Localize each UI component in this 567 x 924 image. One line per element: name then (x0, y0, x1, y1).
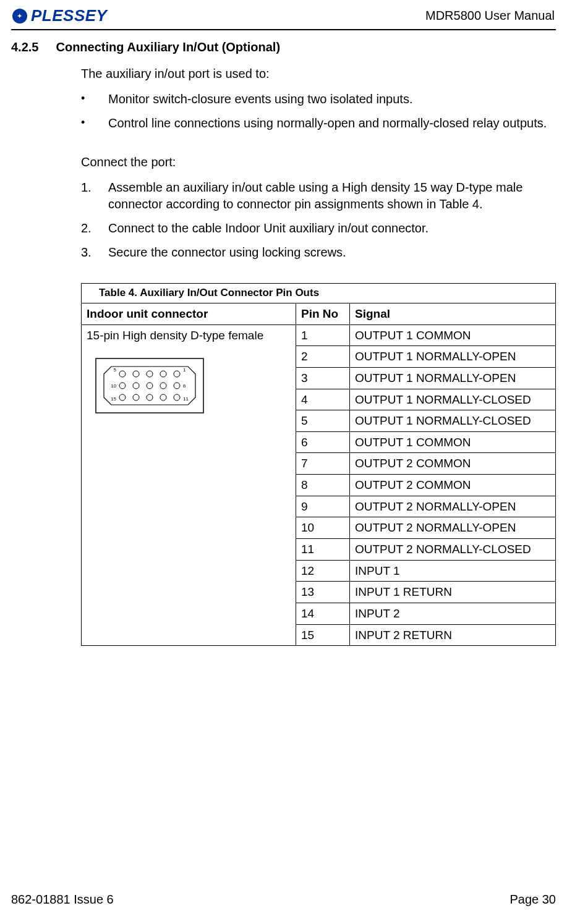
step-text: Assemble an auxiliary in/out cable using… (108, 179, 556, 213)
col-header-pin: Pin No (296, 303, 350, 324)
svg-point-11 (119, 394, 126, 401)
step-item: 2. Connect to the cable Indoor Unit auxi… (81, 220, 556, 237)
svg-point-3 (147, 371, 153, 377)
svg-point-5 (174, 371, 180, 377)
step-text: Secure the connector using locking screw… (108, 244, 556, 261)
intro-paragraph: The auxiliary in/out port is used to: (81, 66, 556, 82)
pin-cell: 9 (296, 496, 350, 517)
db15-connector-icon: 5 1 10 6 15 11 (95, 358, 204, 413)
svg-point-9 (160, 383, 166, 389)
pin-label: 1 (183, 367, 186, 373)
pin-label: 15 (111, 396, 116, 402)
svg-point-14 (160, 394, 166, 401)
pin-cell: 12 (296, 560, 350, 582)
signal-cell: INPUT 1 (350, 560, 556, 582)
step-item: 1. Assemble an auxiliary in/out cable us… (81, 179, 556, 213)
signal-cell: INPUT 2 RETURN (350, 624, 556, 646)
bullet-item: • Control line connections using normall… (81, 115, 556, 132)
svg-point-15 (174, 394, 180, 401)
step-text: Connect to the cable Indoor Unit auxilia… (108, 220, 556, 237)
pinout-table: Table 4. Auxiliary In/Out Connector Pin … (81, 283, 556, 646)
pin-cell: 5 (296, 410, 350, 432)
signal-cell: OUTPUT 1 NORMALLY-OPEN (350, 346, 556, 368)
svg-point-13 (147, 394, 153, 401)
connector-diagram: 5 1 10 6 15 11 (95, 358, 204, 418)
pin-cell: 2 (296, 346, 350, 368)
svg-point-6 (119, 383, 126, 389)
page-header: ✦ PLESSEY MDR5800 User Manual (11, 6, 556, 29)
section-body: The auxiliary in/out port is used to: • … (81, 66, 556, 646)
table-row: 15-pin High density D-type female (82, 324, 556, 346)
signal-cell: OUTPUT 2 NORMALLY-OPEN (350, 496, 556, 517)
pin-label: 10 (111, 383, 116, 389)
pin-cell: 8 (296, 475, 350, 496)
signal-cell: OUTPUT 2 COMMON (350, 453, 556, 475)
bullet-marker: • (81, 91, 108, 108)
svg-point-7 (133, 383, 139, 389)
table-caption-row: Table 4. Auxiliary In/Out Connector Pin … (82, 284, 556, 303)
step-item: 3. Secure the connector using locking sc… (81, 244, 556, 261)
bullet-item: • Monitor switch-closure events using tw… (81, 91, 556, 108)
pin-cell: 3 (296, 367, 350, 389)
table-caption: Table 4. Auxiliary In/Out Connector Pin … (82, 284, 556, 303)
connect-label: Connect the port: (81, 154, 556, 171)
svg-point-4 (160, 371, 166, 377)
signal-cell: OUTPUT 2 COMMON (350, 475, 556, 496)
document-title: MDR5800 User Manual (425, 9, 555, 23)
brand-name: PLESSEY (31, 6, 107, 25)
signal-cell: OUTPUT 2 NORMALLY-OPEN (350, 517, 556, 539)
signal-cell: OUTPUT 1 NORMALLY-CLOSED (350, 389, 556, 410)
pin-label: 6 (183, 383, 186, 389)
pin-label: 11 (183, 396, 189, 402)
pin-cell: 13 (296, 582, 350, 603)
bullet-text: Control line connections using normally-… (108, 115, 556, 132)
pin-cell: 14 (296, 603, 350, 624)
section-number: 4.2.5 (11, 40, 38, 54)
page-footer: 862-01881 Issue 6 Page 30 (11, 892, 556, 907)
step-number: 3. (81, 244, 108, 261)
connector-cell: 15-pin High density D-type female (82, 324, 296, 646)
logo-mark-inner: ✦ (17, 13, 22, 19)
pin-cell: 6 (296, 431, 350, 453)
brand-logo: ✦ PLESSEY (12, 6, 107, 25)
col-header-signal: Signal (350, 303, 556, 324)
footer-left: 862-01881 Issue 6 (11, 892, 114, 907)
signal-cell: OUTPUT 1 COMMON (350, 431, 556, 453)
step-number: 1. (81, 179, 108, 213)
step-number: 2. (81, 220, 108, 237)
logo-mark: ✦ (12, 9, 27, 23)
pin-cell: 10 (296, 517, 350, 539)
header-divider (11, 29, 556, 30)
svg-point-8 (147, 383, 153, 389)
bullet-text: Monitor switch-closure events using two … (108, 91, 556, 108)
bullet-marker: • (81, 115, 108, 132)
svg-point-1 (119, 371, 126, 377)
pin-cell: 1 (296, 324, 350, 346)
pin-cell: 11 (296, 538, 350, 560)
signal-cell: OUTPUT 1 COMMON (350, 324, 556, 346)
col-header-connector: Indoor unit connector (82, 303, 296, 324)
page: ✦ PLESSEY MDR5800 User Manual 4.2.5 Conn… (0, 0, 567, 924)
signal-cell: OUTPUT 2 NORMALLY-CLOSED (350, 538, 556, 560)
svg-point-10 (174, 383, 180, 389)
signal-cell: INPUT 2 (350, 603, 556, 624)
pin-cell: 15 (296, 624, 350, 646)
signal-cell: OUTPUT 1 NORMALLY-OPEN (350, 367, 556, 389)
section-heading: 4.2.5 Connecting Auxiliary In/Out (Optio… (11, 40, 556, 54)
signal-cell: INPUT 1 RETURN (350, 582, 556, 603)
pin-cell: 4 (296, 389, 350, 410)
pin-cell: 7 (296, 453, 350, 475)
pin-label: 5 (114, 367, 117, 373)
connector-type-label: 15-pin High density D-type female (87, 328, 291, 344)
svg-point-12 (133, 394, 139, 401)
svg-point-2 (133, 371, 139, 377)
table-header-row: Indoor unit connector Pin No Signal (82, 303, 556, 324)
section-title: Connecting Auxiliary In/Out (Optional) (56, 40, 280, 54)
signal-cell: OUTPUT 1 NORMALLY-CLOSED (350, 410, 556, 432)
footer-right: Page 30 (509, 892, 556, 907)
